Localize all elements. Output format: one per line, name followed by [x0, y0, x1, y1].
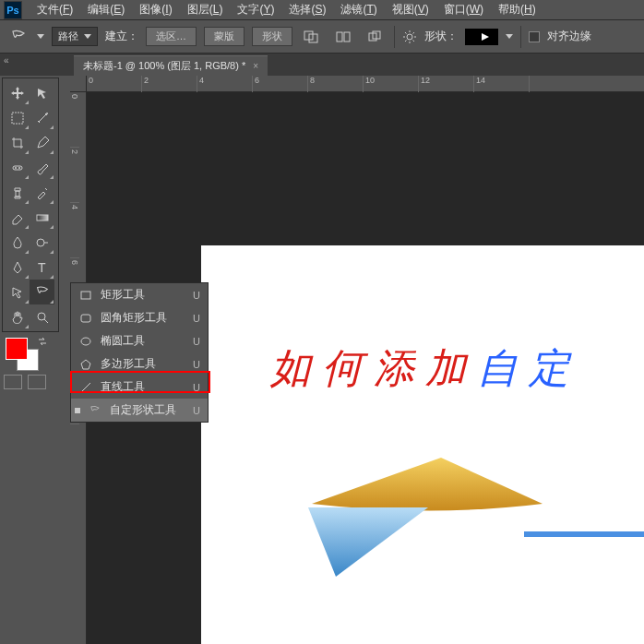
menubar: Ps 文件(F) 编辑(E) 图像(I) 图层(L) 文字(Y) 选择(S) 滤…	[0, 0, 644, 20]
ruler-horizontal[interactable]: 02468101214	[87, 76, 644, 92]
history-brush-tool[interactable]	[30, 180, 54, 205]
tool-mode-label: 路径	[58, 30, 78, 43]
dodge-tool[interactable]	[30, 230, 54, 255]
artwork-text: 如何添加自定	[270, 341, 580, 396]
svg-point-6	[407, 34, 412, 40]
left-column: T	[0, 76, 70, 644]
menu-select[interactable]: 选择(S)	[281, 0, 333, 19]
zoom-tool[interactable]	[30, 304, 54, 329]
ruler-origin[interactable]	[70, 76, 87, 92]
gradient-tool[interactable]	[30, 205, 54, 230]
menu-type[interactable]: 文字(Y)	[230, 0, 281, 19]
menu-image[interactable]: 图像(I)	[132, 0, 179, 19]
svg-rect-12	[37, 215, 48, 221]
swap-colors-icon[interactable]	[37, 336, 48, 347]
svg-point-18	[81, 338, 90, 345]
rounded-rect-icon	[78, 311, 93, 326]
stamp-tool[interactable]	[5, 180, 30, 205]
arrow-tool[interactable]	[30, 80, 54, 105]
shape-label: 形状：	[424, 29, 458, 44]
type-tool[interactable]: T	[30, 255, 54, 280]
menu-help[interactable]: 帮助(H)	[491, 0, 543, 19]
make-shape-button[interactable]: 形状	[252, 27, 292, 46]
pathop-align-icon[interactable]	[331, 27, 355, 47]
document-tab-title: 未标题-1 @ 100% (图层 1, RGB/8) *	[83, 59, 245, 73]
menu-view[interactable]: 视图(V)	[385, 0, 436, 19]
line-icon	[78, 380, 93, 395]
divider	[520, 26, 521, 48]
make-selection-button[interactable]: 选区…	[146, 27, 197, 46]
svg-rect-17	[81, 315, 90, 322]
flyout-polygon-tool[interactable]: 多边形工具 U	[71, 352, 208, 376]
document-tabbar: 未标题-1 @ 100% (图层 1, RGB/8) * ×	[0, 54, 644, 76]
svg-rect-16	[81, 292, 90, 299]
menu-edit[interactable]: 编辑(E)	[80, 0, 132, 19]
chevron-down-icon	[84, 34, 91, 39]
custom-shape-icon	[88, 403, 102, 418]
document-tab[interactable]: 未标题-1 @ 100% (图层 1, RGB/8) * ×	[74, 55, 268, 76]
screen-mode-group	[0, 371, 70, 393]
collapse-icon[interactable]: «	[4, 55, 15, 66]
foreground-color-swatch[interactable]	[6, 338, 28, 360]
make-mask-button[interactable]: 蒙版	[204, 27, 244, 46]
crop-tool[interactable]	[5, 130, 30, 155]
artwork-blue-line	[524, 531, 644, 537]
svg-point-11	[18, 167, 20, 169]
flyout-rectangle-tool[interactable]: 矩形工具 U	[71, 283, 208, 306]
menu-file[interactable]: 文件(F)	[30, 0, 80, 19]
shape-picker-chevron-icon[interactable]	[506, 34, 513, 39]
menu-window[interactable]: 窗口(W)	[436, 0, 491, 19]
wand-tool[interactable]	[30, 105, 54, 130]
custom-shape-tool[interactable]	[30, 280, 54, 304]
pathop-combine-icon[interactable]	[300, 27, 324, 47]
pathop-arrange-icon[interactable]	[363, 27, 387, 47]
pen-tool[interactable]	[5, 255, 30, 280]
hand-tool[interactable]	[5, 304, 30, 329]
app-logo: Ps	[4, 1, 22, 19]
heal-tool[interactable]	[5, 155, 30, 180]
flyout-ellipse-tool[interactable]: 椭圆工具 U	[71, 329, 208, 352]
color-swatches	[0, 334, 70, 371]
divider	[394, 26, 395, 48]
current-tool-icon[interactable]	[7, 26, 30, 48]
align-edges-checkbox[interactable]	[529, 31, 540, 42]
gear-icon[interactable]	[402, 30, 417, 44]
shape-tool-flyout: 矩形工具 U 圆角矩形工具 U 椭圆工具 U 多边形工具 U 直线工具	[70, 282, 209, 423]
svg-point-15	[38, 313, 45, 320]
canvas-area: 02468101214 0246810 如何添加自定 矩形工具	[70, 76, 644, 644]
flyout-line-tool[interactable]: 直线工具 U	[71, 376, 208, 399]
flyout-custom-shape-tool[interactable]: 自定形状工具 U	[71, 399, 208, 422]
eyedropper-tool[interactable]	[30, 130, 54, 155]
svg-point-8	[46, 113, 48, 114]
align-edges-label: 对齐边缘	[547, 29, 591, 44]
workspace: T 02468101214 0246810 如何添加自定	[0, 76, 644, 644]
close-tab-icon[interactable]: ×	[253, 61, 258, 71]
tool-mode-dropdown[interactable]: 路径	[52, 27, 98, 46]
tool-preset-chevron-icon[interactable]	[37, 34, 44, 39]
svg-rect-7	[12, 113, 23, 124]
svg-text:T: T	[38, 260, 46, 275]
menu-filter[interactable]: 滤镜(T)	[333, 0, 384, 19]
quickmask-icon[interactable]	[4, 375, 22, 389]
svg-rect-3	[344, 32, 350, 42]
build-label: 建立：	[105, 29, 138, 44]
brush-tool[interactable]	[30, 155, 54, 180]
svg-marker-19	[81, 360, 90, 369]
marquee-tool[interactable]	[5, 105, 30, 130]
polygon-icon	[78, 357, 93, 372]
ellipse-icon	[78, 334, 93, 349]
screenmode-icon[interactable]	[28, 375, 46, 389]
document-canvas[interactable]: 如何添加自定	[201, 245, 644, 644]
rectangle-icon	[78, 288, 93, 303]
artwork-blue-triangle	[299, 498, 437, 581]
flyout-rounded-rect-tool[interactable]: 圆角矩形工具 U	[71, 306, 208, 329]
blur-tool[interactable]	[5, 230, 30, 255]
path-select-tool[interactable]	[5, 280, 30, 304]
menu-layer[interactable]: 图层(L)	[180, 0, 231, 19]
svg-rect-2	[337, 32, 342, 42]
eraser-tool[interactable]	[5, 205, 30, 230]
shape-picker[interactable]	[465, 29, 498, 45]
move-tool[interactable]	[5, 80, 30, 105]
svg-point-13	[37, 239, 44, 246]
toolbox: T	[2, 78, 59, 332]
